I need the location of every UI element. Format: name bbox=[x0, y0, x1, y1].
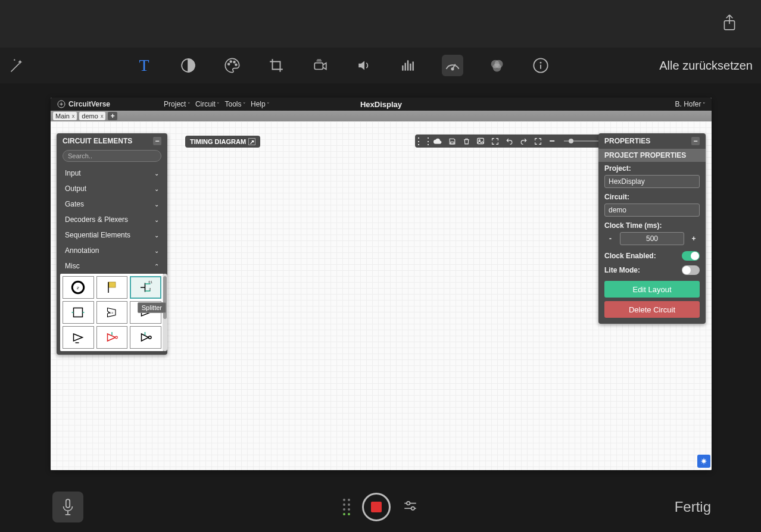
element-flag[interactable] bbox=[96, 276, 128, 299]
project-label: Project: bbox=[598, 162, 706, 174]
svg-point-43 bbox=[702, 459, 706, 463]
recorder-dock: Fertig bbox=[0, 486, 761, 528]
panel-title: PROPERTIES bbox=[604, 137, 650, 145]
delete-circuit-button[interactable]: Delete Circuit bbox=[604, 301, 700, 318]
svg-point-39 bbox=[116, 336, 118, 339]
fullscreen-icon[interactable] bbox=[533, 136, 542, 146]
color-channels-icon[interactable] bbox=[486, 55, 507, 76]
svg-rect-33 bbox=[74, 308, 83, 317]
circuit-label: Circuit: bbox=[598, 190, 706, 202]
project-name-input[interactable] bbox=[604, 175, 700, 188]
element-splitter[interactable]: 0:1:2 bbox=[130, 276, 161, 299]
app-menubar: CircuitVerse HexDisplay Project Circuit … bbox=[51, 98, 712, 111]
category-sequential[interactable]: Sequential Elements⌄ bbox=[57, 227, 167, 243]
svg-rect-12 bbox=[413, 62, 414, 71]
brand-label: CircuitVerse bbox=[68, 100, 110, 108]
chevron-down-icon: ⌄ bbox=[154, 248, 159, 254]
panel-header[interactable]: CIRCUIT ELEMENTS − bbox=[57, 133, 167, 149]
menu-help[interactable]: Help bbox=[251, 100, 270, 108]
minimize-icon[interactable]: − bbox=[691, 137, 700, 145]
svg-rect-20 bbox=[450, 142, 453, 143]
app-brand[interactable]: CircuitVerse bbox=[57, 99, 110, 109]
palette-icon[interactable] bbox=[222, 55, 243, 76]
category-label: Misc bbox=[65, 262, 80, 270]
user-menu[interactable]: B. Hofer bbox=[675, 100, 706, 108]
gauge-icon[interactable] bbox=[442, 55, 463, 76]
menu-project[interactable]: Project bbox=[164, 100, 191, 108]
circuit-tab[interactable]: demox bbox=[79, 112, 105, 120]
magic-wand-icon[interactable] bbox=[8, 57, 26, 74]
info-icon[interactable] bbox=[530, 55, 551, 76]
element-tristate-inverter[interactable] bbox=[130, 326, 161, 349]
drag-handle-icon[interactable] bbox=[343, 499, 350, 515]
category-misc[interactable]: Misc⌃ bbox=[57, 258, 167, 274]
circuit-tab[interactable]: Mainx bbox=[53, 112, 77, 120]
tab-label: Main bbox=[55, 112, 70, 120]
svg-point-5 bbox=[233, 61, 235, 63]
menu-circuit[interactable]: Circuit bbox=[195, 100, 220, 108]
svg-rect-9 bbox=[405, 63, 406, 71]
image-icon[interactable] bbox=[476, 136, 485, 146]
expand-icon[interactable]: ↗ bbox=[248, 138, 255, 145]
add-circuit-tab[interactable]: + bbox=[108, 112, 117, 120]
contrast-icon[interactable] bbox=[177, 55, 199, 76]
element-twos-complement[interactable]: 2' bbox=[63, 276, 94, 299]
properties-subheader: PROJECT PROPERTIES bbox=[598, 149, 706, 162]
element-buffer[interactable] bbox=[63, 326, 94, 349]
svg-point-16 bbox=[493, 64, 501, 72]
zoom-slider[interactable] bbox=[564, 140, 598, 142]
text-tool-icon[interactable]: T bbox=[133, 55, 155, 76]
menu-tools[interactable]: Tools bbox=[224, 100, 246, 108]
fit-icon[interactable] bbox=[490, 136, 500, 146]
minimize-icon[interactable]: − bbox=[153, 137, 161, 145]
category-label: Input bbox=[65, 169, 81, 177]
clock-time-increment[interactable]: + bbox=[688, 234, 700, 243]
svg-rect-25 bbox=[108, 282, 116, 287]
reset-all-button[interactable]: Alle zurücksetzen bbox=[659, 59, 753, 73]
undo-icon[interactable] bbox=[504, 136, 514, 146]
search-input[interactable] bbox=[63, 150, 161, 162]
done-button[interactable]: Fertig bbox=[675, 499, 711, 515]
close-icon[interactable]: x bbox=[72, 113, 75, 119]
close-icon[interactable]: x bbox=[101, 113, 104, 119]
category-annotation[interactable]: Annotation⌄ bbox=[57, 243, 167, 258]
category-input[interactable]: Input⌄ bbox=[57, 165, 167, 181]
share-icon[interactable] bbox=[722, 14, 737, 34]
svg-point-18 bbox=[540, 62, 542, 64]
speaker-icon[interactable] bbox=[354, 55, 375, 76]
properties-panel: PROPERTIES − PROJECT PROPERTIES Project:… bbox=[598, 133, 706, 324]
edit-layout-button[interactable]: Edit Layout bbox=[604, 281, 700, 298]
window-chrome bbox=[0, 0, 761, 48]
panel-header[interactable]: PROPERTIES − bbox=[598, 133, 706, 149]
circuit-name-input[interactable] bbox=[604, 204, 700, 217]
timing-diagram-panel[interactable]: TIMING DIAGRAM ↗ bbox=[185, 136, 260, 148]
crop-icon[interactable] bbox=[266, 55, 287, 76]
adjustments-icon[interactable] bbox=[403, 498, 418, 516]
microphone-button[interactable] bbox=[52, 492, 83, 522]
category-output[interactable]: Output⌄ bbox=[57, 181, 167, 196]
category-decoders[interactable]: Decoders & Plexers⌄ bbox=[57, 212, 167, 227]
category-label: Sequential Elements bbox=[65, 231, 130, 239]
category-gates[interactable]: Gates⌄ bbox=[57, 196, 167, 212]
camera-icon[interactable] bbox=[310, 55, 331, 76]
lite-mode-label: Lite Mode: bbox=[604, 266, 640, 274]
clock-time-decrement[interactable]: - bbox=[604, 234, 616, 243]
chevron-down-icon: ⌄ bbox=[154, 201, 159, 208]
download-icon[interactable] bbox=[433, 136, 442, 146]
element-controlled-inverter[interactable] bbox=[96, 326, 128, 349]
element-ground[interactable] bbox=[63, 301, 94, 324]
lite-mode-toggle[interactable] bbox=[682, 265, 700, 275]
stop-record-button[interactable] bbox=[362, 493, 391, 521]
toolbar-handle-icon[interactable]: ⋮⋮ bbox=[419, 136, 428, 146]
clock-enabled-toggle[interactable] bbox=[682, 251, 700, 261]
redo-icon[interactable] bbox=[519, 136, 528, 146]
delete-icon[interactable] bbox=[461, 136, 471, 146]
chevron-down-icon: ⌄ bbox=[154, 217, 159, 223]
element-alu[interactable]: ALU bbox=[96, 301, 128, 324]
clock-time-input[interactable] bbox=[620, 232, 684, 245]
save-icon[interactable] bbox=[447, 136, 457, 146]
zoom-out-icon[interactable]: − bbox=[547, 136, 557, 146]
report-bug-icon[interactable] bbox=[697, 455, 710, 468]
svg-point-4 bbox=[230, 61, 232, 62]
equalizer-icon[interactable] bbox=[398, 55, 419, 76]
